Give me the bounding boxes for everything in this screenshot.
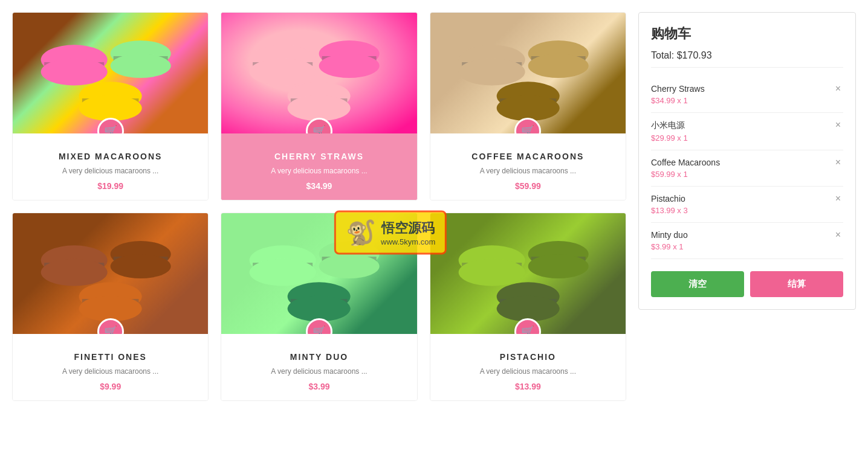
cart-item-price-xiaomi: $29.99 x 1: [651, 133, 833, 143]
product-card-minty-duo[interactable]: 🛒MINTY DUOA very delicious macaroons ...…: [221, 213, 417, 401]
product-desc-finetti-ones: A very delicious macaroons ...: [22, 367, 199, 377]
cart-item-price-minty-duo: $3.99 x 1: [651, 242, 833, 251]
product-price-cherry-straws: $34.99: [230, 181, 407, 191]
svg-point-5: [111, 54, 171, 78]
remove-item-xiaomi[interactable]: ×: [833, 120, 843, 130]
product-name-finetti-ones: FINETTI ONES: [22, 352, 199, 362]
product-card-pistachio[interactable]: 🛒PISTACHIOA very delicious macaroons ...…: [430, 213, 626, 401]
product-desc-cherry-straws: A very delicious macaroons ...: [230, 166, 407, 176]
cart-item-minty-duo: Minty duo$3.99 x 1×: [651, 223, 843, 259]
products-grid: 🛒MIXED MACAROONSA very delicious macaroo…: [12, 12, 626, 401]
product-name-minty-duo: MINTY DUO: [230, 352, 407, 362]
product-image-minty-duo: 🛒: [221, 213, 416, 334]
product-image-coffee-macaroons: 🛒: [430, 13, 626, 133]
svg-point-41: [319, 254, 380, 278]
cart-item-name-minty-duo: Minty duo: [651, 230, 833, 240]
remove-item-coffee-macaroons[interactable]: ×: [833, 158, 843, 167]
cart-total-label: Total:: [651, 50, 674, 60]
cart-item-price-cherry-straws: $34.99 x 1: [651, 96, 833, 105]
product-image-cherry-straws: 🛒: [221, 13, 416, 133]
product-card-finetti-ones[interactable]: 🛒FINETTI ONESA very delicious macaroons …: [12, 213, 209, 401]
product-price-pistachio: $13.99: [439, 382, 617, 391]
cart-item-cherry-straws: Cherry Straws$34.99 x 1×: [651, 77, 843, 113]
cart-sidebar: 购物车 Total: $170.93 Cherry Straws$34.99 x…: [638, 12, 856, 310]
product-price-minty-duo: $3.99: [230, 382, 407, 391]
main-container: 🛒MIXED MACAROONSA very delicious macaroo…: [0, 0, 868, 413]
product-card-mixed-macaroons[interactable]: 🛒MIXED MACAROONSA very delicious macaroo…: [12, 12, 209, 200]
cart-item-name-xiaomi: 小米电源: [651, 120, 833, 131]
cart-item-price-coffee-macaroons: $59.99 x 1: [651, 170, 833, 179]
product-price-coffee-macaroons: $59.99: [439, 181, 617, 191]
remove-item-pistachio[interactable]: ×: [833, 194, 843, 204]
product-card-coffee-macaroons[interactable]: 🛒COFFEE MACAROONSA very delicious macaro…: [430, 12, 626, 200]
svg-point-47: [458, 258, 525, 286]
cart-item-coffee-macaroons: Coffee Macaroons$59.99 x 1×: [651, 150, 843, 187]
cart-total: Total: $170.93: [651, 50, 843, 68]
remove-item-cherry-straws[interactable]: ×: [833, 84, 843, 94]
svg-point-50: [528, 254, 588, 278]
cart-item-name-cherry-straws: Cherry Straws: [651, 84, 833, 94]
cart-actions: 清空 结算: [651, 271, 843, 297]
product-image-mixed-macaroons: 🛒: [13, 13, 208, 133]
svg-point-14: [319, 54, 380, 78]
product-image-pistachio: 🛒: [430, 213, 626, 334]
cart-item-price-pistachio: $13.99 x 3: [651, 206, 833, 215]
svg-point-29: [41, 258, 108, 286]
svg-point-32: [111, 254, 171, 278]
svg-point-23: [528, 54, 588, 78]
product-desc-pistachio: A very delicious macaroons ...: [439, 367, 617, 377]
checkout-button[interactable]: 结算: [750, 271, 843, 297]
svg-point-20: [458, 59, 525, 86]
svg-point-11: [250, 59, 316, 86]
svg-point-38: [250, 258, 316, 286]
product-desc-mixed-macaroons: A very delicious macaroons ...: [22, 166, 199, 176]
cart-item-pistachio: Pistachio$13.99 x 3×: [651, 187, 843, 223]
product-name-mixed-macaroons: MIXED MACAROONS: [22, 152, 199, 161]
product-name-cherry-straws: CHERRY STRAWS: [230, 152, 407, 161]
product-name-pistachio: PISTACHIO: [439, 352, 617, 362]
clear-button[interactable]: 清空: [651, 271, 744, 297]
product-desc-minty-duo: A very delicious macaroons ...: [230, 367, 407, 377]
product-image-finetti-ones: 🛒: [13, 213, 208, 334]
cart-total-amount: $170.93: [677, 50, 712, 60]
product-name-coffee-macaroons: COFFEE MACAROONS: [439, 152, 617, 161]
product-desc-coffee-macaroons: A very delicious macaroons ...: [439, 166, 617, 176]
cart-title: 购物车: [651, 25, 843, 43]
cart-items-list: Cherry Straws$34.99 x 1×小米电源$29.99 x 1×C…: [651, 77, 843, 259]
remove-item-minty-duo[interactable]: ×: [833, 230, 843, 240]
product-price-mixed-macaroons: $19.99: [22, 181, 199, 191]
cart-item-name-coffee-macaroons: Coffee Macaroons: [651, 158, 833, 167]
product-card-cherry-straws[interactable]: 🛒CHERRY STRAWSA very delicious macaroons…: [221, 12, 417, 200]
svg-point-2: [41, 59, 108, 86]
cart-item-name-pistachio: Pistachio: [651, 194, 833, 204]
cart-item-xiaomi: 小米电源$29.99 x 1×: [651, 113, 843, 150]
product-price-finetti-ones: $9.99: [22, 382, 199, 391]
